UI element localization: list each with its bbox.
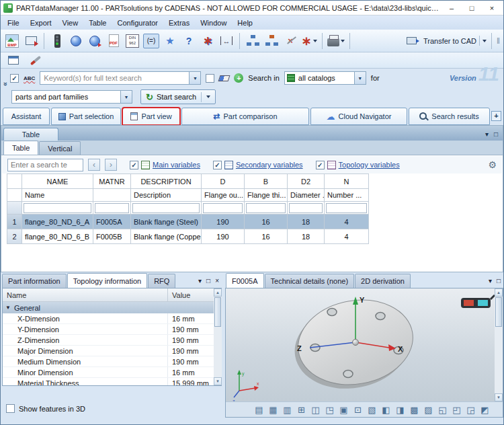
cell-d2[interactable]: 18 xyxy=(288,215,325,229)
cell-name[interactable]: flange_80_ND_6_B xyxy=(22,229,93,244)
menu-item[interactable]: File xyxy=(2,15,25,30)
viewer-tool-icon[interactable]: ▥ xyxy=(281,403,294,416)
configure-button[interactable] xyxy=(28,52,44,69)
standards-button[interactable]: DIN 962 xyxy=(124,32,140,50)
status-traffic-light-button[interactable] xyxy=(49,32,65,50)
project-structure-button[interactable] xyxy=(245,32,261,50)
cell-d[interactable]: 190 xyxy=(202,229,245,244)
topology-row[interactable]: Y-Dimension 190 mm xyxy=(3,324,221,335)
group-row-general[interactable]: ▼ General xyxy=(3,302,221,313)
tab-2d-derivation[interactable]: 2D derivation xyxy=(355,274,411,288)
column-filter-input[interactable] xyxy=(24,203,91,213)
viewer-tool-icon[interactable]: ▦ xyxy=(267,403,280,416)
export-pdf-button[interactable]: PDF xyxy=(106,32,122,50)
maximize-button[interactable]: □ xyxy=(463,2,480,13)
toolbar-grip[interactable]: ‖ xyxy=(497,36,500,46)
filter-checkbox[interactable] xyxy=(206,74,214,83)
row-number-cell[interactable]: 1 xyxy=(7,215,22,229)
close-button[interactable]: × xyxy=(483,2,501,13)
cell-n[interactable]: 4 xyxy=(325,229,369,244)
cell-d[interactable]: 190 xyxy=(202,215,245,229)
catalog-update-button[interactable] xyxy=(87,32,103,50)
value-ranges-button[interactable]: (=) xyxy=(143,34,159,48)
topology-row[interactable]: Minor Dimension 16 mm xyxy=(3,367,221,378)
subtab-table[interactable]: Table xyxy=(3,141,38,155)
search-scope-combo[interactable]: parts and part families ▼ xyxy=(11,90,132,104)
column-filter-input[interactable] xyxy=(246,203,286,213)
column-header[interactable]: N xyxy=(325,174,369,189)
assembly-structure-button[interactable] xyxy=(263,32,280,50)
viewer-tool-icon[interactable]: ◫ xyxy=(309,403,322,416)
cell-b[interactable]: 16 xyxy=(245,229,288,244)
panel-menu-icon[interactable]: ▾ xyxy=(198,277,202,284)
viewer-tool-icon[interactable]: ◨ xyxy=(394,403,407,416)
prev-match-button[interactable]: ‹ xyxy=(88,159,100,171)
scroll-up-icon[interactable]: ▲ xyxy=(495,288,503,297)
viewer-tool-icon[interactable]: ◩ xyxy=(478,403,491,416)
favorites-button[interactable]: ★ xyxy=(162,32,178,50)
mandatory-variables-button[interactable]: ∗ xyxy=(301,32,317,50)
menu-item[interactable]: Extras xyxy=(163,15,195,30)
column-header[interactable]: D2 xyxy=(288,174,325,189)
transfer-to-cad-button[interactable]: Transfer to CAD xyxy=(407,32,487,50)
topology-variables-link[interactable]: Topology variables xyxy=(339,161,400,169)
anaglyph-glasses-icon[interactable] xyxy=(461,295,495,308)
tab-part-number[interactable]: F0005A xyxy=(226,273,264,288)
menu-item[interactable]: View xyxy=(57,15,84,30)
scroll-thumb[interactable] xyxy=(495,297,502,327)
panel-menu-icon[interactable]: ▾ xyxy=(489,277,492,284)
column-filter-input[interactable] xyxy=(203,203,243,213)
column-filter-input[interactable] xyxy=(326,203,367,213)
viewer-tool-icon[interactable]: ⊡ xyxy=(351,403,364,416)
tab-technical-details[interactable]: Technical details (none) xyxy=(265,274,355,288)
topology-scrollbar[interactable]: ▲ ▼ xyxy=(214,288,222,385)
menu-item[interactable]: Window xyxy=(195,15,232,30)
tab-part-comparison[interactable]: ⇄ Part comparison xyxy=(181,108,309,125)
cell-d2[interactable]: 18 xyxy=(288,229,325,244)
catalog-dropdown-button[interactable]: ▼ xyxy=(354,72,366,84)
add-tab-button[interactable]: + xyxy=(491,111,501,121)
add-search-condition-button[interactable]: + xyxy=(234,73,243,83)
viewer-tool-icon[interactable]: ▤ xyxy=(253,403,265,416)
tab-part-view[interactable]: Part view xyxy=(122,108,180,125)
scroll-down-icon[interactable]: ▼ xyxy=(495,393,503,401)
viewer-tool-icon[interactable]: ◳ xyxy=(323,403,336,416)
viewer-tool-icon[interactable]: ◰ xyxy=(450,403,463,416)
topology-variables-checkbox[interactable]: ✓ xyxy=(316,161,325,169)
scroll-down-icon[interactable]: ▼ xyxy=(214,377,222,385)
catalog-combo[interactable]: all catalogs ▼ xyxy=(284,71,366,85)
help-button[interactable]: ? xyxy=(181,32,197,50)
table-search-input[interactable] xyxy=(7,159,83,171)
menu-item[interactable]: Configurator xyxy=(112,15,163,30)
viewer-tool-icon[interactable]: ◱ xyxy=(436,403,449,416)
panel-close-icon[interactable]: × xyxy=(215,277,219,284)
row-number-cell[interactable]: 2 xyxy=(7,229,22,244)
menu-item[interactable]: Export xyxy=(25,15,57,30)
scope-dropdown-button[interactable]: ▼ xyxy=(120,91,132,103)
menu-item[interactable]: Table xyxy=(83,15,112,30)
tab-part-information[interactable]: Part information xyxy=(2,274,67,288)
cell-b[interactable]: 16 xyxy=(245,215,288,229)
tab-rfq[interactable]: RFQ xyxy=(148,274,175,288)
name-column-header[interactable]: Name xyxy=(3,288,168,301)
tab-part-selection[interactable]: Part selection xyxy=(51,108,121,125)
keyword-search-combo[interactable]: Keyword(s) for full text search ▼ xyxy=(40,71,201,85)
copy-image-button[interactable] xyxy=(23,32,39,50)
viewer-tool-icon[interactable]: ▣ xyxy=(337,403,350,416)
measure-button[interactable]: ↔ xyxy=(218,32,235,50)
column-header[interactable]: B xyxy=(245,174,288,189)
viewer-tool-icon[interactable]: ⊞ xyxy=(295,403,308,416)
export-bmp-button[interactable]: BMP xyxy=(4,32,20,50)
column-header[interactable]: NAME xyxy=(22,174,93,189)
cell-name[interactable]: flange_80_ND_6_A xyxy=(22,215,93,229)
scroll-thumb[interactable] xyxy=(214,297,221,327)
minimize-button[interactable]: – xyxy=(443,2,460,13)
new-window-button[interactable] xyxy=(5,52,22,69)
topology-row[interactable]: Z-Dimension 190 mm xyxy=(3,335,221,346)
secondary-variables-link[interactable]: Secondary variables xyxy=(236,161,303,169)
viewer-tool-icon[interactable]: ◲ xyxy=(464,403,477,416)
topology-row[interactable]: X-Dimension 16 mm xyxy=(3,313,221,324)
link-parts-button[interactable]: ∗ xyxy=(200,32,216,50)
eraser-icon[interactable] xyxy=(218,75,230,81)
column-header[interactable]: MATNR xyxy=(93,174,131,189)
